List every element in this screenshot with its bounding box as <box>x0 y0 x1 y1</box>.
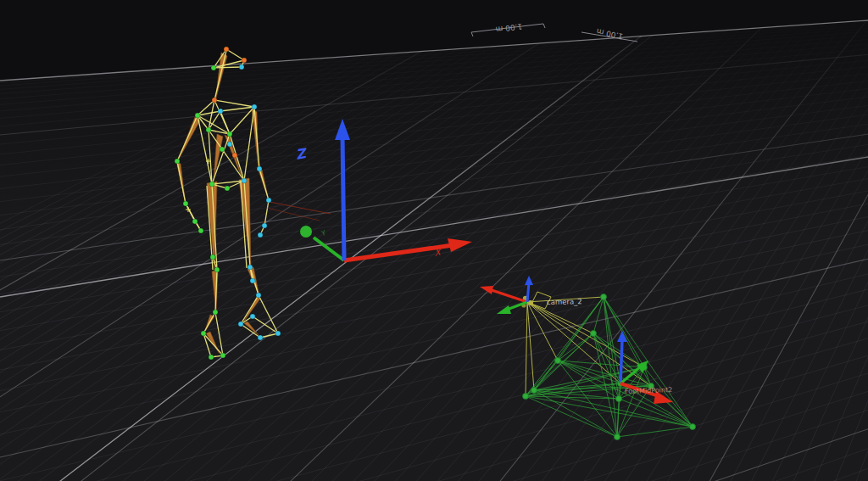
skeleton-joint[interactable] <box>218 109 223 114</box>
skeleton-joint[interactable] <box>212 98 217 103</box>
skeleton-joint[interactable] <box>250 278 255 283</box>
skeleton-joint[interactable] <box>201 331 206 336</box>
camera-axis-z[interactable] <box>527 282 529 302</box>
board-axis-z[interactable] <box>620 339 622 383</box>
skeleton-joint[interactable] <box>220 353 225 358</box>
world-axis-z-shaft[interactable] <box>342 136 344 260</box>
skeleton-joint[interactable] <box>257 166 262 171</box>
skeleton-joint[interactable] <box>258 335 263 340</box>
skeleton-joint[interactable] <box>242 58 247 63</box>
skeleton-joint[interactable] <box>225 186 230 191</box>
3d-viewport[interactable]: 1.00 m 1.00 m Y X Z camera_2 <box>0 0 868 481</box>
skeleton-joint[interactable] <box>248 265 253 270</box>
skeleton-joint[interactable] <box>239 64 244 70</box>
skeleton-joint[interactable] <box>213 310 218 315</box>
skeleton-joint[interactable] <box>183 201 188 206</box>
skeleton-joint[interactable] <box>275 331 281 336</box>
board-vertex[interactable] <box>601 294 607 300</box>
skeleton-joint[interactable] <box>232 153 237 158</box>
camera-label: camera_2 <box>547 297 582 306</box>
skeleton-joint[interactable] <box>175 159 180 164</box>
board-vertex[interactable] <box>591 331 597 337</box>
camera-body[interactable] <box>528 300 533 305</box>
skeleton-joint[interactable] <box>227 131 232 137</box>
board-vertex[interactable] <box>690 424 696 430</box>
skeleton-joint[interactable] <box>250 314 255 319</box>
board-vertex[interactable] <box>523 394 529 400</box>
skeleton-joint[interactable] <box>238 322 243 327</box>
board-vertex[interactable] <box>615 434 620 440</box>
ground-grid <box>0 0 868 481</box>
skeleton-joint[interactable] <box>209 355 214 360</box>
skeleton-joint[interactable] <box>211 65 216 70</box>
skeleton-joint[interactable] <box>210 254 215 260</box>
board-vertex[interactable] <box>555 358 561 364</box>
skeleton-joint[interactable] <box>224 47 229 52</box>
skeleton-joint[interactable] <box>262 223 267 228</box>
skeleton-joint[interactable] <box>198 228 203 233</box>
skeleton-joint[interactable] <box>192 219 198 224</box>
world-axis-z-label: Z <box>297 145 308 163</box>
scene-canvas[interactable]: 1.00 m 1.00 m Y X Z camera_2 <box>0 0 868 481</box>
skeleton-joint[interactable] <box>256 293 261 298</box>
skeleton-joint[interactable] <box>220 147 225 152</box>
skeleton-joint[interactable] <box>258 232 263 238</box>
board-vertex[interactable] <box>531 388 537 394</box>
skeleton-joint[interactable] <box>206 127 211 132</box>
skeleton-joint[interactable] <box>195 113 200 118</box>
skeleton-joint[interactable] <box>214 267 220 272</box>
skeleton-joint[interactable] <box>242 178 247 183</box>
skeleton-joint[interactable] <box>209 182 214 187</box>
skeleton-joint[interactable] <box>227 142 232 147</box>
skeleton-joint[interactable] <box>266 198 271 203</box>
world-axis-y-tip[interactable] <box>300 226 312 238</box>
board-vertex[interactable] <box>616 396 622 402</box>
skeleton-joint[interactable] <box>252 104 257 109</box>
